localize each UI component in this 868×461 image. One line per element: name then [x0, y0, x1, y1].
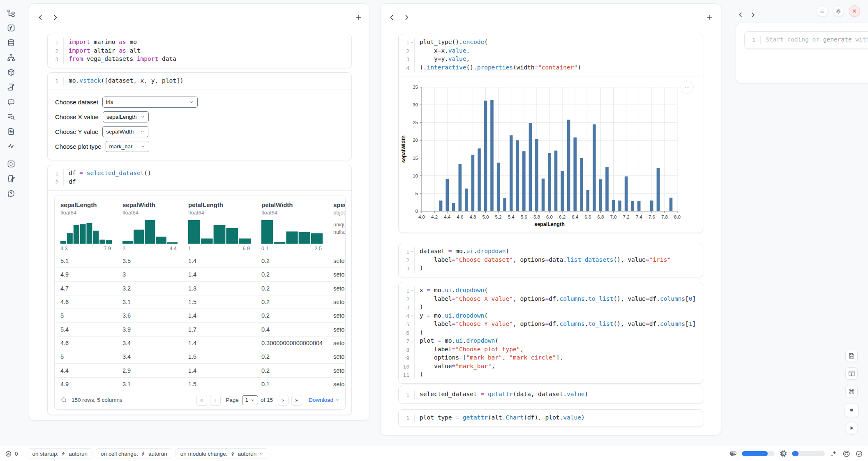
- code-editor[interactable]: 1import marimo as mo2import altair as al…: [48, 34, 351, 68]
- column2-back-button[interactable]: [386, 12, 397, 23]
- code-editor[interactable]: 1plot_type = getattr(alt.Chart(df), plot…: [399, 410, 703, 426]
- column-header-sepalWidth[interactable]: sepalWidthfloat6424.4: [117, 201, 182, 251]
- notebook-menu-button[interactable]: [817, 5, 828, 17]
- sidebar-item-script-view[interactable]: [4, 80, 18, 95]
- fold-toggle-icon[interactable]: [409, 38, 414, 47]
- dataset-select[interactable]: iris: [102, 97, 198, 108]
- page-select[interactable]: 1: [242, 395, 258, 405]
- scratch-back-button[interactable]: [737, 12, 744, 18]
- download-button[interactable]: Download: [309, 397, 339, 403]
- column2-add-cell-button[interactable]: [704, 12, 715, 23]
- y-value-select[interactable]: sepalWidth: [102, 126, 148, 137]
- altair-bar-chart[interactable]: 4.04.24.44.64.85.05.25.45.65.86.06.26.46…: [399, 79, 703, 230]
- logs-icon: [7, 113, 15, 121]
- line-gutter: 3: [48, 55, 63, 64]
- line-gutter: 2: [399, 47, 414, 55]
- column1-forward-button[interactable]: [50, 12, 60, 23]
- table-row[interactable]: 4.63.41.40.30000000000000004setosa: [55, 336, 345, 350]
- table-row[interactable]: 4.42.91.40.2setosa: [55, 363, 345, 377]
- cell-imports[interactable]: 1import marimo as mo2import altair as al…: [47, 34, 352, 68]
- column1-add-cell-button[interactable]: [353, 12, 364, 23]
- fold-toggle-icon[interactable]: [409, 337, 414, 346]
- column-dtype: object: [333, 210, 345, 216]
- fold-toggle-icon[interactable]: [409, 312, 414, 320]
- cell-dataset-dropdown[interactable]: 1dataset = mo.ui.dropdown(2 label="Choos…: [398, 243, 703, 277]
- code-editor[interactable]: 1df = selected_dataset()2df: [48, 165, 351, 190]
- table-layout-button[interactable]: [845, 367, 858, 380]
- sidebar-item-packages[interactable]: [4, 65, 18, 80]
- code-editor[interactable]: 1x = mo.ui.dropdown(2 label="Choose X va…: [399, 282, 703, 383]
- sidebar-item-snippets[interactable]: [4, 157, 18, 171]
- copilot-status-button[interactable]: [843, 450, 850, 458]
- close-panel-button[interactable]: [849, 5, 860, 17]
- column-header-petalLength[interactable]: petalLengthfloat6416.9: [182, 201, 256, 251]
- runtime-status-button[interactable]: [855, 450, 863, 458]
- plot-type-select[interactable]: mark_bar: [106, 141, 149, 152]
- code-editor[interactable]: 1mo.vstack([dataset, x, y, plot]): [48, 73, 351, 90]
- column-header-petalWidth[interactable]: petalWidthfloat640.12.5: [256, 201, 328, 251]
- ai-chat-icon: [7, 98, 15, 106]
- table-row[interactable]: 4.63.11.50.2setosa: [55, 295, 345, 309]
- search-icon[interactable]: [60, 396, 67, 403]
- sidebar-item-scratchpad[interactable]: [4, 171, 18, 186]
- x-value-select[interactable]: sepalLength: [103, 111, 149, 122]
- code-editor[interactable]: 1plot_type().encode(2 x=x.value,3 y=y.va…: [399, 34, 703, 76]
- code-editor[interactable]: 1dataset = mo.ui.dropdown(2 label="Choos…: [399, 243, 703, 277]
- cell-plot-type[interactable]: 1plot_type = getattr(alt.Chart(df), plot…: [398, 409, 703, 427]
- column1-back-button[interactable]: [35, 12, 46, 23]
- last-page-button[interactable]: »: [291, 395, 302, 406]
- save-button[interactable]: [845, 350, 858, 362]
- sidebar-item-logs[interactable]: [4, 109, 18, 124]
- sidebar-item-ai-chat[interactable]: [4, 95, 18, 109]
- table-cell: 1.3: [182, 285, 256, 292]
- cell-plot[interactable]: 1plot_type().encode(2 x=x.value,3 y=y.va…: [398, 34, 703, 233]
- previous-page-button[interactable]: ‹: [210, 395, 221, 406]
- next-page-button[interactable]: ›: [278, 395, 289, 406]
- autorun-chip-1[interactable]: on cell change:autorun: [96, 448, 172, 459]
- svg-text:10: 10: [413, 173, 418, 178]
- sidebar-item-functions[interactable]: [4, 21, 18, 35]
- first-page-button[interactable]: «: [196, 395, 207, 406]
- table-row[interactable]: 5.13.51.40.2setosa: [55, 254, 345, 267]
- svg-text:5: 5: [416, 191, 418, 196]
- table-row[interactable]: 53.61.40.2setosa: [55, 309, 345, 322]
- error-count-button[interactable]: 0: [5, 450, 18, 457]
- autorun-chip-2[interactable]: on module change:autorun: [175, 448, 269, 459]
- keyboard-shortcuts-button[interactable]: ⌘: [845, 385, 858, 397]
- table-cell: 3.6: [117, 312, 182, 319]
- sidebar-item-datasources[interactable]: [4, 35, 18, 50]
- chart-menu-button[interactable]: [681, 81, 694, 94]
- fold-toggle-icon[interactable]: [409, 286, 414, 295]
- run-button[interactable]: [845, 422, 858, 435]
- autorun-chip-0[interactable]: on startup:autorun: [28, 448, 93, 459]
- interrupt-button[interactable]: [845, 403, 859, 417]
- sidebar-item-dependency-graph[interactable]: [4, 50, 18, 65]
- fold-toggle-icon[interactable]: [409, 247, 414, 256]
- cell-selected-dataset[interactable]: 1selected_dataset = getattr(data, datase…: [398, 386, 703, 403]
- column-header-species[interactable]: speciesobjectunique:nulls:: [328, 201, 345, 251]
- sidebar-item-documentation[interactable]: [4, 124, 18, 139]
- table-row[interactable]: 4.931.40.2setosa: [55, 267, 345, 281]
- line-number: 3: [55, 55, 58, 64]
- fold-toggle-icon: [409, 256, 414, 265]
- cell-vstack[interactable]: 1mo.vstack([dataset, x, y, plot]) Choose…: [47, 72, 352, 160]
- editor-placeholder[interactable]: Start coding or generate with AI.: [760, 36, 868, 44]
- settings-button[interactable]: [833, 5, 844, 17]
- cell-xy-plot-dropdowns[interactable]: 1x = mo.ui.dropdown(2 label="Choose X va…: [398, 282, 703, 384]
- sidebar-item-file-explorer[interactable]: [4, 6, 18, 21]
- new-cell-editor[interactable]: 1 Start coding or generate with AI.: [744, 31, 868, 49]
- sidebar-item-help[interactable]: [4, 186, 18, 201]
- ai-assistant-button[interactable]: [830, 450, 838, 458]
- table-row[interactable]: 5.43.91.70.4setosa: [55, 322, 345, 336]
- code-editor[interactable]: 1selected_dataset = getattr(data, datase…: [399, 386, 703, 403]
- table-row[interactable]: 4.73.21.30.2setosa: [55, 281, 345, 295]
- sidebar-item-tracing[interactable]: [4, 139, 18, 154]
- column2-forward-button[interactable]: [401, 12, 412, 23]
- column-header-sepalLength[interactable]: sepalLengthfloat644.37.9: [55, 201, 117, 251]
- cell-dataframe[interactable]: 1df = selected_dataset()2df sepalLengthf…: [47, 165, 352, 415]
- table-row[interactable]: 4.93.11.50.1setosa: [55, 377, 345, 391]
- table-row[interactable]: 53.41.50.2setosa: [55, 350, 345, 363]
- chevron-down-icon: [141, 144, 145, 149]
- generate-with-ai-link[interactable]: generate: [823, 36, 852, 43]
- scratch-forward-button[interactable]: [750, 12, 756, 18]
